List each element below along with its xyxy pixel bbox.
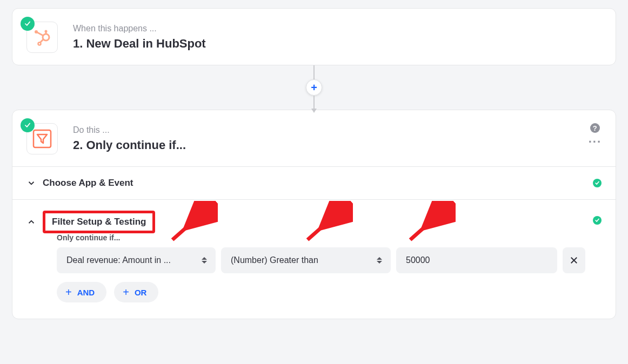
section-label: Choose App & Event <box>43 178 133 188</box>
chevron-up-icon[interactable] <box>26 217 43 227</box>
add-or-button[interactable]: + OR <box>114 282 158 302</box>
filter-condition-row: Deal revenue: Amount in ... (Number) Gre… <box>57 247 602 273</box>
section-complete-badge <box>593 179 602 187</box>
step-actions: ? ··· <box>589 123 602 144</box>
select-value: (Number) Greater than <box>231 255 318 265</box>
logic-buttons-row: + AND + OR <box>57 282 602 302</box>
more-menu-icon[interactable]: ··· <box>589 140 602 144</box>
svg-line-6 <box>40 39 43 43</box>
step-title: 2. Only continue if... <box>73 138 602 152</box>
close-icon <box>569 255 579 265</box>
step-text-block: Do this ... 2. Only continue if... <box>73 123 602 152</box>
input-value: 50000 <box>406 255 430 265</box>
success-check-badge <box>21 17 35 31</box>
app-icon-filter <box>26 123 58 154</box>
svg-rect-7 <box>34 130 51 147</box>
remove-condition-button[interactable] <box>563 247 585 273</box>
success-check-badge <box>21 118 35 132</box>
section-choose-app-event[interactable]: Choose App & Event <box>12 166 616 199</box>
step-title: 1. New Deal in HubSpot <box>73 37 602 51</box>
filter-icon <box>31 128 53 150</box>
filter-step-card: Do this ... 2. Only continue if... ? ···… <box>12 110 616 319</box>
add-step-button[interactable]: + <box>306 79 322 96</box>
svg-point-1 <box>45 30 48 33</box>
filter-field-select[interactable]: Deal revenue: Amount in ... <box>57 247 216 273</box>
annotation-highlight-box: Filter Setup & Testing <box>43 211 155 233</box>
trigger-step-card[interactable]: When this happens ... 1. New Deal in Hub… <box>12 8 616 65</box>
section-label: Filter Setup & Testing <box>52 217 146 227</box>
svg-point-0 <box>43 34 49 41</box>
step-text-block: When this happens ... 1. New Deal in Hub… <box>73 22 602 51</box>
help-icon[interactable]: ? <box>590 123 600 133</box>
section-filter-setup: Filter Setup & Testing Only continue if.… <box>12 199 616 319</box>
button-label: AND <box>77 288 95 297</box>
step-header: Do this ... 2. Only continue if... ? ··· <box>12 110 616 166</box>
chevron-down-icon[interactable] <box>26 178 43 188</box>
filter-condition-select[interactable]: (Number) Greater than <box>221 247 391 273</box>
step-connector: + <box>0 65 628 110</box>
button-label: OR <box>135 288 147 297</box>
hubspot-icon <box>32 28 52 47</box>
app-icon-hubspot <box>26 22 58 53</box>
select-value: Deal revenue: Amount in ... <box>66 255 171 265</box>
filter-hint-label: Only continue if... <box>57 233 602 242</box>
svg-line-5 <box>37 32 43 36</box>
add-and-button[interactable]: + AND <box>57 282 106 302</box>
step-subtitle: When this happens ... <box>73 24 602 33</box>
select-arrows-icon <box>202 257 208 264</box>
step-subtitle: Do this ... <box>73 125 602 135</box>
step-header: When this happens ... 1. New Deal in Hub… <box>12 9 616 65</box>
filter-value-input[interactable]: 50000 <box>396 247 557 273</box>
section-complete-badge <box>593 216 602 225</box>
plus-icon: + <box>65 286 72 299</box>
select-arrows-icon <box>377 257 383 264</box>
plus-icon: + <box>123 286 129 299</box>
